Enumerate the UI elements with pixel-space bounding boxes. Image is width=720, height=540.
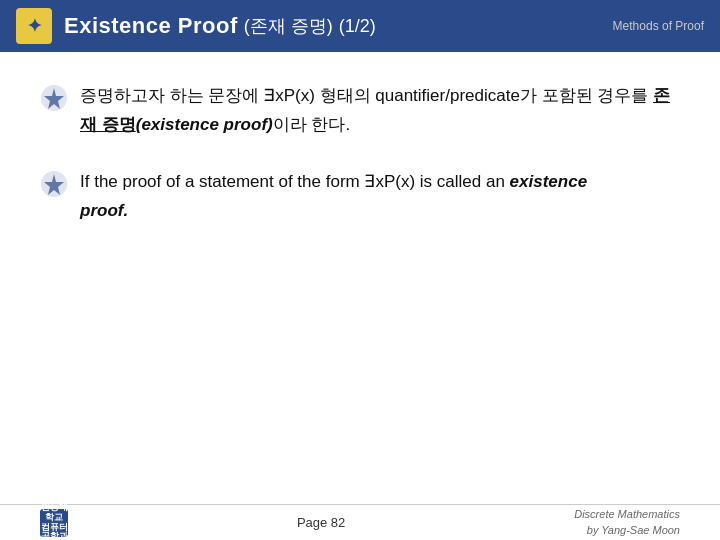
bullet-icon-1 [40,84,68,112]
footer-logo-box: 안동대학교 컴퓨터공학과 [40,509,68,537]
methods-label: Methods of Proof [613,18,704,35]
header-logo: ✦ [16,8,52,44]
header-bar: ✦ Existence Proof (존재 증명) (1/2) Methods … [0,0,720,52]
footer-credit-line2: by Yang-Sae Moon [587,524,680,536]
bullet1-text-before: 증명하고자 하는 문장에 ∃xP(x) 형태의 quantifier/predi… [80,86,653,105]
bullet-text-2: If the proof of a statement of the form … [80,168,680,226]
bullet2-italic-word: existence [510,172,588,191]
bullet-icon-2 [40,170,68,198]
header-subtitle-korean: (존재 증명) [244,14,333,38]
header-subtitle-page: (1/2) [339,16,376,37]
content-area: 증명하고자 하는 문장에 ∃xP(x) 형태의 quantifier/predi… [0,52,720,274]
logo-symbol: ✦ [27,15,42,37]
bullet-item-2: If the proof of a statement of the form … [40,168,680,226]
bullet-item-1: 증명하고자 하는 문장에 ∃xP(x) 형태의 quantifier/predi… [40,82,680,140]
bullet-text-1: 증명하고자 하는 문장에 ∃xP(x) 형태의 quantifier/predi… [80,82,680,140]
footer-credit-line1: Discrete Mathematics [574,508,680,520]
footer: 안동대학교 컴퓨터공학과 Page 82 Discrete Mathematic… [0,504,720,540]
footer-logo-text: 안동대학교 컴퓨터공학과 [40,503,68,540]
footer-logo: 안동대학교 컴퓨터공학과 [40,509,68,537]
page-number: Page 82 [297,515,345,530]
bullet2-text-line1-before: If the proof of a statement of the form … [80,172,510,191]
bullet2-text-line2: proof. [80,201,128,220]
bullet1-italic-text: (existence proof) [136,115,273,134]
footer-credit: Discrete Mathematics by Yang-Sae Moon [574,507,680,538]
bullet1-text-after: 이라 한다. [273,115,350,134]
header-title: Existence Proof [64,13,238,39]
